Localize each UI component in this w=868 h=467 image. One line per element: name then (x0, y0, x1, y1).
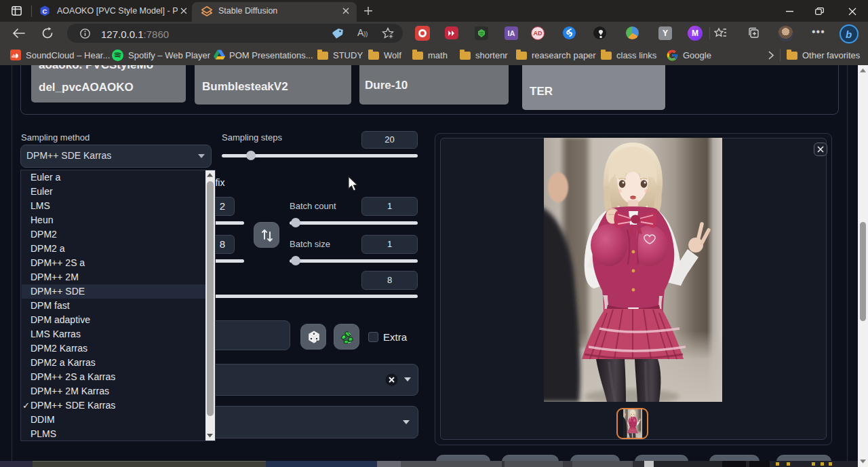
svg-text:C: C (43, 7, 47, 15)
